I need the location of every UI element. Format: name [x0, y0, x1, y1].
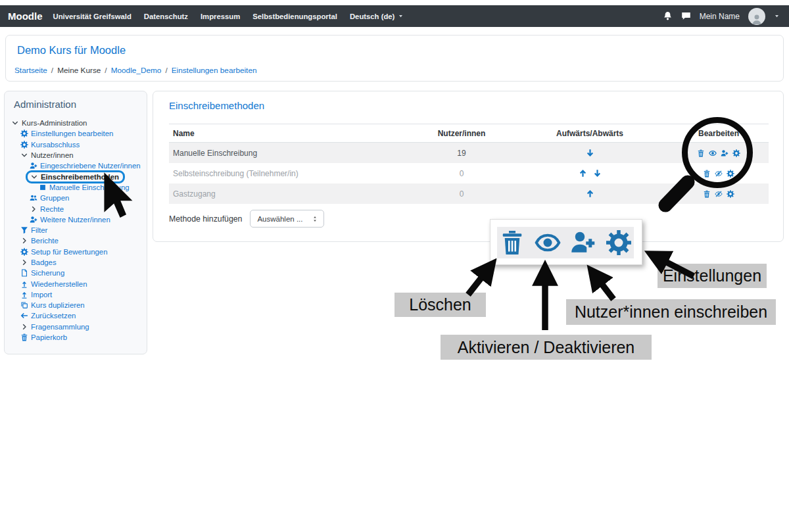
breadcrumb-item-startseite[interactable]: Startseite — [14, 66, 47, 75]
sidebar-item-papierkorb[interactable]: Papierkorb — [5, 332, 147, 343]
sidebar-item-nutzer-innen[interactable]: Nutzer/innen — [5, 150, 147, 160]
zoomed-icons-strip — [497, 227, 634, 258]
sidebar-item-label: Rechte — [40, 205, 64, 213]
person-icon — [751, 13, 763, 25]
bell-icon[interactable] — [663, 11, 673, 21]
sidebar-item-import[interactable]: Import — [5, 289, 147, 300]
avatar[interactable] — [748, 8, 765, 25]
eye-slash-icon[interactable] — [715, 190, 723, 198]
sidebar-item-label: Kurs-Administration — [22, 119, 87, 127]
sidebar-item-einstellungen-bearbeiten[interactable]: Einstellungen bearbeiten — [5, 128, 147, 139]
column-header-updown: Aufwärts/Abwärts — [556, 129, 623, 138]
cell-actions — [703, 190, 734, 198]
trash-icon — [20, 333, 28, 341]
cell-method-name: Selbsteinschreibung (Teilnehmer/in) — [169, 169, 399, 178]
upload-icon — [20, 291, 28, 299]
cell-move — [579, 169, 602, 178]
sidebar-item-zur-cksetzen[interactable]: Zurücksetzen — [5, 310, 147, 321]
sidebar-item-label: Zurücksetzen — [31, 312, 76, 320]
filter-icon — [20, 226, 28, 234]
navbar-right: Mein Name — [663, 8, 780, 25]
user-name[interactable]: Mein Name — [700, 12, 740, 21]
sidebar-item-label: Weitere Nutzer/innen — [40, 216, 110, 224]
user-caret-down-icon[interactable] — [774, 13, 780, 19]
sidebar-item-label: Papierkorb — [31, 333, 67, 341]
sidebar-item-label: Setup für Bewertungen — [31, 248, 108, 256]
cell-move — [586, 149, 594, 157]
sidebar-item-label: Filter — [31, 226, 47, 234]
chevron-right-icon — [20, 237, 28, 245]
move-down-icon[interactable] — [586, 149, 594, 157]
navbar-link-universit-t-greifswald[interactable]: Universität Greifswald — [53, 12, 132, 20]
sidebar-item-label: Wiederherstellen — [31, 280, 87, 288]
breadcrumb-item-einstellungen-bearbeiten[interactable]: Einstellungen bearbeiten — [172, 66, 257, 75]
sidebar-item-setup-f-r-bewertungen[interactable]: Setup für Bewertungen — [5, 247, 147, 257]
navbar-link-datenschutz[interactable]: Datenschutz — [144, 12, 188, 20]
add-method-label: Methode hinzufügen — [169, 214, 242, 224]
breadcrumb-separator: / — [165, 66, 167, 75]
upload-icon — [20, 280, 28, 288]
copy-icon — [20, 301, 28, 309]
add-method-select-value: Auswählen ... — [257, 215, 302, 223]
caret-down-icon — [398, 13, 404, 19]
annotation-label-toggle: Aktivieren / Deaktivieren — [441, 335, 652, 360]
table-header-row: Name Nutzer/innen Aufwärts/Abwärts Bearb… — [169, 124, 769, 143]
select-arrows-icon — [312, 216, 318, 222]
file-icon — [20, 269, 28, 277]
annotation-label-settings: Einstellungen — [658, 264, 767, 288]
sidebar-item-label: Berichte — [31, 237, 59, 245]
chevron-right-icon — [20, 258, 28, 266]
trash-icon-zoomed — [499, 230, 525, 256]
message-icon[interactable] — [681, 11, 691, 21]
annotation-label-enrol-users: Nutzer*innen einschreiben — [566, 299, 776, 325]
top-navbar: Moodle Universität GreifswaldDatenschutz… — [0, 5, 789, 27]
sidebar-item-kurs-duplizieren[interactable]: Kurs duplizieren — [5, 300, 147, 310]
column-header-name[interactable]: Name — [169, 129, 195, 138]
chevron-right-icon — [30, 205, 37, 213]
navbar-link-selbstbedienungsportal[interactable]: Selbstbedienungsportal — [252, 12, 337, 20]
zoomed-icons-box — [490, 219, 642, 265]
navbar-link-impressum[interactable]: Impressum — [201, 12, 240, 20]
cell-user-count: 0 — [460, 169, 464, 178]
sidebar-item-badges[interactable]: Badges — [5, 257, 147, 268]
move-down-icon[interactable] — [593, 169, 602, 178]
column-header-users[interactable]: Nutzer/innen — [438, 129, 486, 138]
cell-user-count: 19 — [457, 149, 466, 158]
chevron-down-icon — [30, 173, 38, 181]
annotation-label-delete: Löschen — [394, 293, 486, 317]
add-method-row: Methode hinzufügen Auswählen ... — [169, 210, 324, 228]
move-up-icon[interactable] — [579, 169, 587, 178]
sidebar-item-label: Einstellungen bearbeiten — [31, 130, 113, 137]
breadcrumb: Startseite/Meine Kurse/Moodle_Demo/Einst… — [14, 66, 257, 75]
sidebar-item-wiederherstellen[interactable]: Wiederherstellen — [5, 278, 147, 289]
sidebar-item-kursabschluss[interactable]: Kursabschluss — [5, 139, 147, 150]
cell-method-name: Manuelle Einschreibung — [169, 149, 399, 158]
move-up-icon[interactable] — [586, 189, 594, 198]
square-icon — [39, 183, 47, 191]
user-plus-icon-zoomed — [570, 230, 596, 256]
breadcrumb-item-moodle-demo[interactable]: Moodle_Demo — [111, 66, 162, 75]
language-label: Deutsch (de) — [350, 12, 394, 20]
moodle-brand[interactable]: Moodle — [8, 11, 43, 22]
sidebar-item-kurs-administration[interactable]: Kurs-Administration — [5, 118, 147, 128]
sidebar-item-fragensammlung[interactable]: Fragensammlung — [5, 322, 147, 332]
sidebar-item-label: Nutzer/innen — [31, 151, 74, 159]
cell-method-name: Gastzugang — [169, 189, 399, 199]
trash-icon[interactable] — [703, 190, 711, 198]
language-menu[interactable]: Deutsch (de) — [350, 12, 404, 20]
sidebar-item-berichte[interactable]: Berichte — [5, 235, 147, 246]
table-row-manuelle-einschreibung: Manuelle Einschreibung19 — [169, 143, 769, 163]
sidebar-item-label: Kursabschluss — [31, 141, 80, 149]
gear-icon[interactable] — [727, 190, 734, 198]
breadcrumb-separator: / — [51, 66, 53, 75]
cell-move — [586, 189, 594, 198]
breadcrumb-item-meine-kurse: Meine Kurse — [57, 66, 101, 75]
sidebar-item-sicherung[interactable]: Sicherung — [5, 268, 147, 278]
navbar-links: Universität GreifswaldDatenschutzImpress… — [53, 12, 337, 20]
arrow-to-user-plus — [594, 274, 613, 299]
enrolment-methods-title: Einschreibemethoden — [169, 100, 264, 111]
add-method-select[interactable]: Auswählen ... — [250, 210, 324, 228]
sidebar-item-label: Import — [31, 291, 52, 299]
user-plus-icon — [30, 216, 37, 224]
page-title[interactable]: Demo Kurs für Moodle — [17, 44, 126, 57]
